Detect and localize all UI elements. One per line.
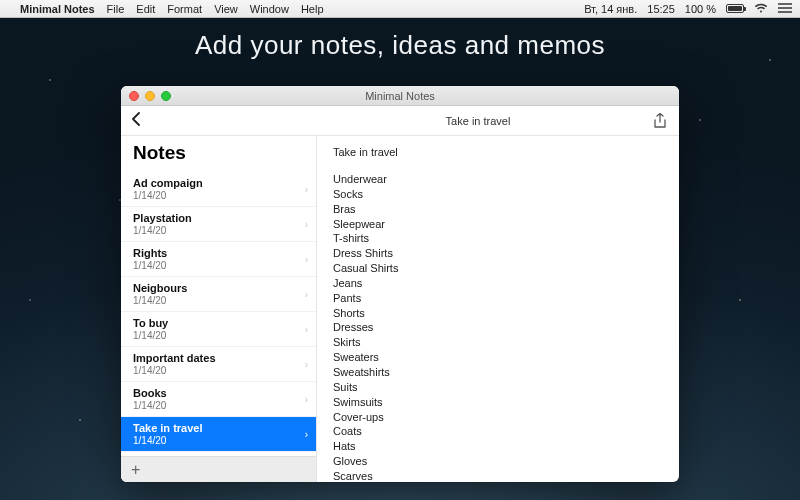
menu-extras-icon[interactable] xyxy=(778,3,792,15)
note-content-line: Scarves xyxy=(333,469,663,482)
chevron-right-icon: › xyxy=(305,429,308,440)
note-row-date: 1/14/20 xyxy=(133,260,304,271)
note-content-line: Sleepwear xyxy=(333,217,663,232)
chevron-right-icon: › xyxy=(305,184,308,195)
toolbar-title: Take in travel xyxy=(317,115,639,127)
note-content-line: Hats xyxy=(333,439,663,454)
note-content[interactable]: Take in travel UnderwearSocksBrasSleepwe… xyxy=(317,136,679,482)
note-row-title: Playstation xyxy=(133,212,304,224)
note-row-date: 1/14/20 xyxy=(133,365,304,376)
note-content-line: Casual Shirts xyxy=(333,261,663,276)
window-minimize-button[interactable] xyxy=(145,91,155,101)
window-titlebar[interactable]: Minimal Notes xyxy=(121,86,679,106)
notes-sidebar: Notes Ad compaign1/14/20›Playstation1/14… xyxy=(121,136,317,482)
note-content-line: Sweaters xyxy=(333,350,663,365)
note-content-line: Dresses xyxy=(333,320,663,335)
note-content-title: Take in travel xyxy=(333,146,663,158)
note-content-line: Bras xyxy=(333,202,663,217)
note-row-title: Neigbours xyxy=(133,282,304,294)
note-row[interactable]: Take in travel1/14/20› xyxy=(121,417,316,452)
wifi-icon xyxy=(754,3,768,15)
note-row-date: 1/14/20 xyxy=(133,190,304,201)
back-button[interactable] xyxy=(131,112,151,130)
macos-menubar: Minimal Notes File Edit Format View Wind… xyxy=(0,0,800,18)
note-row-title: Take in travel xyxy=(133,422,304,434)
menu-file[interactable]: File xyxy=(107,3,125,15)
menu-help[interactable]: Help xyxy=(301,3,324,15)
window-zoom-button[interactable] xyxy=(161,91,171,101)
chevron-right-icon: › xyxy=(305,394,308,405)
note-content-line: Suits xyxy=(333,380,663,395)
note-content-line: Sweatshirts xyxy=(333,365,663,380)
note-content-line: Swimsuits xyxy=(333,395,663,410)
note-row-date: 1/14/20 xyxy=(133,400,304,411)
note-row-title: To buy xyxy=(133,317,304,329)
menubar-date: Вт, 14 янв. xyxy=(584,3,637,15)
note-row[interactable]: Ad compaign1/14/20› xyxy=(121,172,316,207)
note-row-date: 1/14/20 xyxy=(133,435,304,446)
window-close-button[interactable] xyxy=(129,91,139,101)
menubar-battery-percent: 100 % xyxy=(685,3,716,15)
note-row[interactable]: Important dates1/14/20› xyxy=(121,347,316,382)
chevron-right-icon: › xyxy=(305,254,308,265)
note-content-line: Dress Shirts xyxy=(333,246,663,261)
menu-window[interactable]: Window xyxy=(250,3,289,15)
note-row-date: 1/14/20 xyxy=(133,295,304,306)
note-row[interactable]: Rights1/14/20› xyxy=(121,242,316,277)
note-row-date: 1/14/20 xyxy=(133,225,304,236)
note-content-line: Skirts xyxy=(333,335,663,350)
note-content-line: Underwear xyxy=(333,172,663,187)
note-content-line: T-shirts xyxy=(333,231,663,246)
note-row[interactable]: To buy1/14/20› xyxy=(121,312,316,347)
menubar-time: 15:25 xyxy=(647,3,675,15)
note-row[interactable]: Playstation1/14/20› xyxy=(121,207,316,242)
note-content-line: Coats xyxy=(333,424,663,439)
chevron-right-icon: › xyxy=(305,324,308,335)
sidebar-heading: Notes xyxy=(121,136,316,172)
note-row[interactable]: Food1/14/20› xyxy=(121,452,316,456)
plus-icon: + xyxy=(131,461,140,479)
note-row-title: Rights xyxy=(133,247,304,259)
window-toolbar: Take in travel xyxy=(121,106,679,136)
note-content-line: Pants xyxy=(333,291,663,306)
menu-view[interactable]: View xyxy=(214,3,238,15)
chevron-right-icon: › xyxy=(305,219,308,230)
note-content-line: Jeans xyxy=(333,276,663,291)
note-row-title: Ad compaign xyxy=(133,177,304,189)
note-content-line: Gloves xyxy=(333,454,663,469)
app-window: Minimal Notes Take in travel Notes Ad co… xyxy=(121,86,679,482)
battery-icon xyxy=(726,4,744,13)
note-content-line: Cover-ups xyxy=(333,410,663,425)
share-button[interactable] xyxy=(653,113,669,129)
note-row-title: Important dates xyxy=(133,352,304,364)
promo-tagline: Add your notes, ideas and memos xyxy=(0,30,800,61)
add-note-button[interactable]: + xyxy=(121,456,316,482)
menu-format[interactable]: Format xyxy=(167,3,202,15)
menubar-app-name[interactable]: Minimal Notes xyxy=(20,3,95,15)
window-title: Minimal Notes xyxy=(121,90,679,102)
note-row-title: Books xyxy=(133,387,304,399)
chevron-right-icon: › xyxy=(305,289,308,300)
note-row[interactable]: Books1/14/20› xyxy=(121,382,316,417)
notes-list[interactable]: Ad compaign1/14/20›Playstation1/14/20›Ri… xyxy=(121,172,316,456)
chevron-right-icon: › xyxy=(305,359,308,370)
note-content-line: Shorts xyxy=(333,306,663,321)
note-row-date: 1/14/20 xyxy=(133,330,304,341)
note-content-line: Socks xyxy=(333,187,663,202)
menu-edit[interactable]: Edit xyxy=(136,3,155,15)
note-row[interactable]: Neigbours1/14/20› xyxy=(121,277,316,312)
